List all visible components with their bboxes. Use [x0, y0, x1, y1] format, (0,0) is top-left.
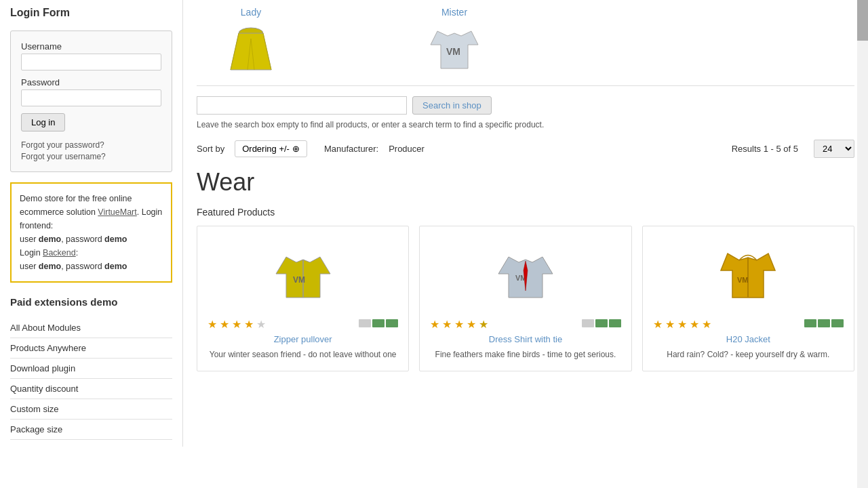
search-row: Search in shop [197, 96, 854, 115]
product-name-2[interactable]: Dress Shirt with tie [489, 334, 562, 344]
demo-backend-user: demo [39, 262, 61, 271]
product-rating-row-2: ★ ★ ★ ★ ★ [430, 318, 620, 329]
product-rating-row-1: ★ ★ ★ ★ ★ [208, 318, 398, 329]
category-mister[interactable]: Mister VM [400, 7, 509, 75]
mister-icon: VM [427, 21, 481, 75]
main-content: Lady Mister VM Search in shop Leave the [183, 0, 868, 447]
page-title: Wear [197, 168, 854, 197]
product-desc-3: Hard rain? Cold? - keep yourself dry & w… [667, 348, 829, 361]
scrollbar-thumb[interactable] [857, 0, 868, 41]
product-card-2: VM ★ ★ ★ ★ ★ Dress Shir [419, 226, 631, 371]
sidebar-menu: All About Modules Products Anywhere Down… [10, 318, 172, 440]
forgot-password-link[interactable]: Forgot your password? [21, 140, 161, 150]
product-price-bar-3 [804, 319, 844, 327]
demo-user: demo [39, 235, 61, 244]
filter-row: Sort by Ordering +/- ⊕ Manufacturer: Pro… [197, 140, 854, 158]
ordering-plus-icon: ⊕ [292, 144, 300, 154]
svg-text:VM: VM [293, 275, 305, 285]
manufacturer-label: Manufacturer: [324, 144, 378, 154]
product-name-3[interactable]: H20 Jacket [726, 334, 770, 344]
results-count: Results 1 - 5 of 5 [732, 144, 798, 154]
product-image-1: VM [262, 237, 344, 311]
sort-by-label: Sort by [197, 144, 224, 154]
search-hint: Leave the search box empty to find all p… [197, 120, 854, 129]
forgot-username-link[interactable]: Forgot your username? [21, 152, 161, 161]
product-rating-row-3: ★ ★ ★ ★ ★ [653, 318, 844, 329]
sidebar: Login Form Username Password Log in Forg… [0, 0, 183, 447]
manufacturer-value: Producer [389, 144, 425, 154]
featured-title: Featured Products [197, 207, 854, 218]
lady-icon [224, 21, 278, 75]
h20-jacket-image: VM [717, 243, 778, 304]
ordering-button[interactable]: Ordering +/- ⊕ [235, 140, 307, 157]
login-button[interactable]: Log in [21, 113, 65, 131]
product-card-1: VM ★ ★ ★ ★ ★ Zipper pullover Your winte [197, 226, 409, 371]
virtuemart-link[interactable]: VirtueMart [98, 207, 136, 217]
sidebar-item-custom-size[interactable]: Custom size [10, 399, 172, 420]
product-price-bar-2 [582, 319, 621, 327]
password-label: Password [21, 77, 161, 87]
category-lady[interactable]: Lady [197, 7, 305, 75]
search-button[interactable]: Search in shop [412, 96, 492, 115]
demo-backend-pass: demo [104, 262, 127, 271]
demo-backend-prefix: Login [20, 248, 43, 258]
product-image-2: VM [485, 237, 566, 311]
scrollbar-track[interactable] [857, 0, 868, 447]
product-image-3: VM [707, 237, 789, 311]
mister-label: Mister [441, 7, 467, 18]
login-box: Username Password Log in Forgot your pas… [10, 30, 172, 172]
sidebar-item-download-plugin[interactable]: Download plugin [10, 359, 172, 379]
ordering-label: Ordering +/- [242, 144, 290, 154]
zipper-pullover-image: VM [273, 243, 334, 304]
search-input[interactable] [197, 96, 407, 115]
sidebar-item-all-about-modules[interactable]: All About Modules [10, 318, 172, 338]
product-desc-2: Fine feathers make fine birds - time to … [435, 348, 616, 361]
password-input[interactable] [21, 89, 161, 106]
demo-pass: demo [104, 235, 127, 244]
username-input[interactable] [21, 54, 161, 70]
products-grid: VM ★ ★ ★ ★ ★ Zipper pullover Your winte [197, 226, 854, 371]
svg-text:VM: VM [446, 46, 460, 57]
per-page-select[interactable]: 24 8 16 50 100 [814, 140, 854, 158]
sidebar-item-products-anywhere[interactable]: Products Anywhere [10, 338, 172, 359]
paid-extensions-title: Paid extensions demo [10, 296, 172, 311]
product-name-1[interactable]: Zipper pullover [274, 334, 332, 344]
product-price-bar-1 [359, 319, 398, 327]
product-stars-3: ★ ★ ★ ★ ★ [653, 318, 713, 329]
login-form-title: Login Form [10, 7, 172, 22]
product-desc-1: Your winter season friend - do not leave… [210, 348, 397, 361]
dress-shirt-image: VM [495, 243, 556, 304]
sidebar-item-quantity-discount[interactable]: Quantity discount [10, 379, 172, 399]
username-label: Username [21, 41, 161, 52]
categories-row: Lady Mister VM [197, 7, 854, 86]
demo-info-box: Demo store for the free online ecommerce… [10, 182, 172, 283]
backend-link[interactable]: Backend [43, 248, 76, 258]
sidebar-item-package-size[interactable]: Package size [10, 420, 172, 440]
product-stars-2: ★ ★ ★ ★ ★ [430, 318, 490, 329]
product-card-3: VM ★ ★ ★ ★ ★ H20 Jacket [642, 226, 854, 371]
svg-text:VM: VM [737, 276, 749, 284]
product-stars-1: ★ ★ ★ ★ ★ [208, 318, 267, 329]
lady-label: Lady [241, 7, 261, 18]
